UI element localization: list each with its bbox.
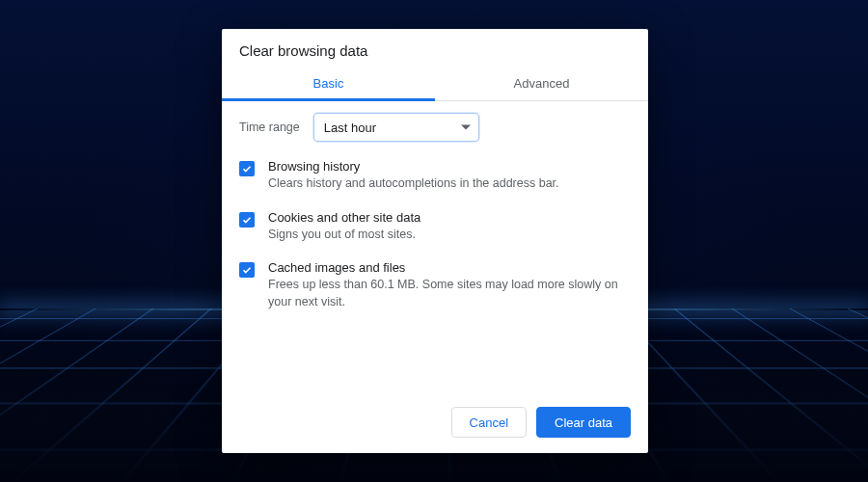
option-desc: Clears history and autocompletions in th…: [268, 175, 631, 193]
option-text: Browsing history Clears history and auto…: [268, 159, 631, 193]
checkbox-cookies[interactable]: [239, 212, 255, 228]
option-text: Cookies and other site data Signs you ou…: [268, 210, 631, 244]
option-cached: Cached images and files Frees up less th…: [239, 260, 631, 310]
option-title: Cached images and files: [268, 260, 631, 275]
dialog-title: Clear browsing data: [222, 29, 648, 68]
clear-data-button[interactable]: Clear data: [536, 407, 631, 438]
clear-browsing-data-dialog: Clear browsing data Basic Advanced Time …: [222, 29, 648, 453]
tabs: Basic Advanced: [222, 68, 648, 101]
dialog-body: Time range Last hour Browsing history Cl…: [222, 101, 648, 393]
tab-basic-label: Basic: [313, 76, 344, 91]
check-icon: [241, 264, 253, 276]
cancel-button[interactable]: Cancel: [451, 407, 527, 438]
tab-advanced-label: Advanced: [514, 76, 570, 91]
checkbox-cached[interactable]: [239, 262, 255, 278]
time-range-row: Time range Last hour: [239, 113, 631, 142]
option-desc: Frees up less than 60.1 MB. Some sites m…: [268, 277, 631, 310]
time-range-label: Time range: [239, 120, 300, 134]
option-cookies: Cookies and other site data Signs you ou…: [239, 210, 631, 244]
option-text: Cached images and files Frees up less th…: [268, 260, 631, 310]
dialog-footer: Cancel Clear data: [222, 393, 648, 453]
time-range-selected: Last hour: [324, 120, 376, 135]
option-title: Cookies and other site data: [268, 210, 631, 225]
check-icon: [241, 163, 253, 174]
option-title: Browsing history: [268, 159, 631, 174]
option-desc: Signs you out of most sites.: [268, 227, 631, 244]
tab-basic[interactable]: Basic: [222, 68, 435, 100]
tab-advanced[interactable]: Advanced: [435, 68, 648, 100]
clear-data-button-label: Clear data: [555, 415, 612, 430]
chevron-down-icon: [461, 125, 471, 130]
time-range-select[interactable]: Last hour: [313, 113, 479, 142]
check-icon: [241, 214, 253, 226]
option-browsing-history: Browsing history Clears history and auto…: [239, 159, 631, 193]
checkbox-browsing-history[interactable]: [239, 161, 255, 176]
cancel-button-label: Cancel: [470, 415, 508, 430]
